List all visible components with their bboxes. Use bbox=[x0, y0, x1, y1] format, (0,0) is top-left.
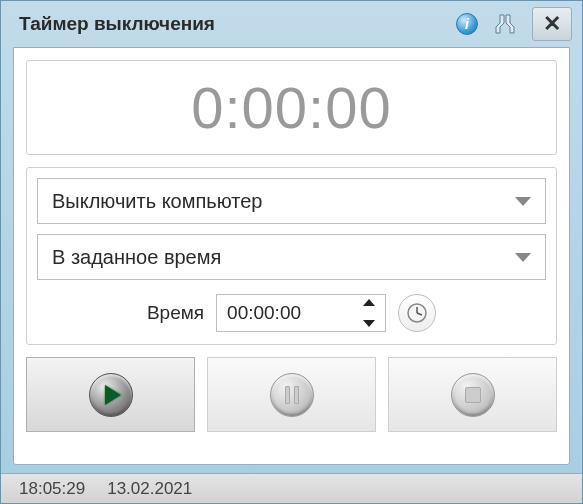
client-area: 0:00:00 Выключить компьютер В заданное в… bbox=[13, 47, 570, 465]
time-input-value: 00:00:00 bbox=[227, 302, 301, 324]
control-buttons bbox=[26, 357, 557, 432]
action-select-value: Выключить компьютер bbox=[52, 190, 263, 213]
close-icon: ✕ bbox=[543, 11, 561, 37]
chevron-down-icon bbox=[515, 253, 531, 262]
now-button[interactable] bbox=[398, 294, 436, 332]
wrench-icon bbox=[493, 12, 517, 36]
play-icon bbox=[89, 373, 133, 417]
action-select[interactable]: Выключить компьютер bbox=[37, 178, 546, 224]
play-button[interactable] bbox=[26, 357, 195, 432]
pause-button[interactable] bbox=[207, 357, 376, 432]
mode-select[interactable]: В заданное время bbox=[37, 234, 546, 280]
chevron-down-icon bbox=[515, 197, 531, 206]
status-bar: 18:05:29 13.02.2021 bbox=[1, 473, 582, 503]
window-title: Таймер выключения bbox=[19, 13, 446, 35]
title-bar: Таймер выключения i ✕ bbox=[1, 1, 582, 47]
spinner-down[interactable] bbox=[363, 320, 375, 327]
clock-icon bbox=[405, 301, 429, 325]
status-date: 13.02.2021 bbox=[107, 479, 192, 499]
time-row: Время 00:00:00 bbox=[37, 290, 546, 334]
close-button[interactable]: ✕ bbox=[532, 7, 572, 41]
mode-select-value: В заданное время bbox=[52, 246, 221, 269]
info-icon: i bbox=[456, 13, 478, 35]
spinner-up[interactable] bbox=[363, 299, 375, 306]
settings-button[interactable] bbox=[488, 7, 522, 41]
spinner-controls bbox=[359, 299, 379, 327]
status-time: 18:05:29 bbox=[19, 479, 85, 499]
stop-button[interactable] bbox=[388, 357, 557, 432]
info-button[interactable]: i bbox=[450, 7, 484, 41]
pause-icon bbox=[270, 373, 314, 417]
countdown-panel: 0:00:00 bbox=[26, 60, 557, 155]
time-label: Время bbox=[147, 302, 204, 324]
countdown-display: 0:00:00 bbox=[191, 74, 392, 141]
stop-icon bbox=[451, 373, 495, 417]
time-input[interactable]: 00:00:00 bbox=[216, 294, 386, 332]
config-panel: Выключить компьютер В заданное время Вре… bbox=[26, 167, 557, 345]
